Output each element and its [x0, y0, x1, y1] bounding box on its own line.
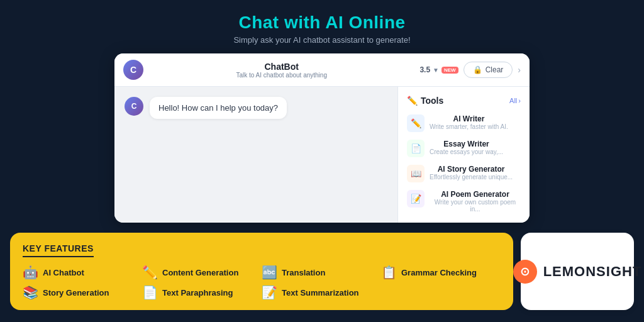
tool-item[interactable]: 📝 AI Poem Generator Write your own custo…	[398, 186, 530, 216]
feature-item: 🤖 AI Chatbot	[23, 265, 142, 280]
tool-desc: Effortlessly generate unique...	[430, 174, 513, 180]
new-badge: NEW	[441, 67, 458, 74]
tool-desc: Write smarter, faster with AI.	[430, 123, 508, 130]
chevron-down-icon: ▼	[433, 67, 439, 74]
feature-label: Grammar Checking	[401, 268, 477, 277]
tool-name: AI Story Generator	[430, 165, 513, 174]
message-row: C Hello! How can I help you today?	[125, 97, 387, 119]
feature-item: 📋 Grammar Checking	[381, 265, 501, 280]
feature-item: 🔤 Translation	[262, 265, 381, 280]
features-title: KEY FEATURES	[23, 243, 94, 257]
feature-icon: 🤖	[23, 265, 38, 280]
chatbot-avatar: C	[123, 60, 143, 80]
feature-item: ✏️ Content Generation	[142, 265, 262, 280]
tool-icon: 📄	[407, 140, 425, 157]
feature-item: 📚 Story Generation	[23, 285, 142, 300]
message-bubble: Hello! How can I help you today?	[150, 97, 287, 119]
chatbot-card: C ChatBot Talk to AI chatbot about anyth…	[114, 53, 530, 223]
forward-icon[interactable]: ›	[518, 65, 521, 75]
logo-icon: ⊙	[513, 260, 537, 284]
features-card: KEY FEATURES 🤖 AI Chatbot ✏️ Content Gen…	[10, 233, 513, 310]
tool-item[interactable]: 📄 Essay Writer Create essays your way,..…	[398, 136, 530, 161]
tool-icon: 📖	[407, 165, 425, 182]
pencil-icon: ✏️	[407, 96, 418, 106]
tool-item[interactable]: 📖 AI Story Generator Effortlessly genera…	[398, 161, 530, 186]
feature-item: 📝 Text Summarization	[262, 285, 381, 300]
chatbot-desc: Talk to AI chatbot about anything	[148, 72, 414, 79]
tool-icon: 📝	[407, 190, 425, 208]
feature-item: 📄 Text Paraphrasing	[142, 285, 262, 300]
tool-name: Essay Writer	[430, 140, 503, 148]
features-grid: 🤖 AI Chatbot ✏️ Content Generation 🔤 Tra…	[23, 265, 501, 300]
chat-messages: C Hello! How can I help you today?	[114, 87, 397, 223]
tool-info: Essay Writer Create essays your way,...	[430, 140, 503, 155]
logo-row: ⊙ LEMONSIGHT	[513, 260, 642, 284]
feature-icon: 📄	[142, 285, 158, 300]
chatbot-name: ChatBot	[148, 62, 414, 72]
feature-icon: 📚	[23, 285, 38, 300]
lock-icon: 🔒	[473, 65, 482, 74]
tool-info: AI Poem Generator Write your own custom …	[430, 190, 521, 213]
feature-label: AI Chatbot	[43, 268, 84, 277]
tool-name: AI Writer	[430, 114, 508, 123]
chat-body: C Hello! How can I help you today? ✏️ To…	[114, 87, 530, 223]
tool-info: AI Writer Write smarter, faster with AI.	[430, 114, 508, 130]
tool-item[interactable]: ✏️ AI Writer Write smarter, faster with …	[398, 111, 530, 136]
tool-desc: Write your own custom poem in...	[430, 199, 521, 213]
feature-label: Translation	[282, 268, 325, 277]
tools-header: ✏️ Tools All ›	[398, 93, 530, 111]
tools-list: ✏️ AI Writer Write smarter, faster with …	[398, 111, 530, 216]
tools-panel: ✏️ Tools All › ✏️ AI Writer Write smarte…	[397, 87, 530, 223]
feature-label: Story Generation	[43, 288, 109, 297]
tool-icon: ✏️	[407, 114, 425, 132]
feature-label: Content Generation	[162, 268, 238, 277]
tools-title: ✏️ Tools	[407, 96, 443, 106]
chatbot-header: C ChatBot Talk to AI chatbot about anyth…	[114, 53, 530, 87]
tool-desc: Create essays your way,...	[430, 148, 503, 155]
tool-info: AI Story Generator Effortlessly generate…	[430, 165, 513, 180]
feature-icon: 📝	[262, 285, 277, 300]
version-text: 3.5	[419, 65, 430, 74]
feature-label: Text Paraphrasing	[162, 288, 233, 297]
logo-text: LEMONSIGHT	[543, 264, 642, 280]
feature-label: Text Summarization	[282, 288, 359, 297]
top-section: Chat with AI Online Simply ask your AI c…	[0, 0, 644, 223]
chevron-right-icon: ›	[518, 97, 521, 104]
logo-card: ⊙ LEMONSIGHT	[521, 233, 634, 310]
subtitle: Simply ask your AI chatbot assistant to …	[0, 35, 644, 45]
chatbot-info: ChatBot Talk to AI chatbot about anythin…	[148, 62, 414, 79]
feature-icon: 🔤	[262, 265, 277, 280]
tools-all-link[interactable]: All ›	[509, 97, 521, 104]
bot-avatar: C	[125, 97, 143, 116]
feature-icon: ✏️	[142, 265, 158, 280]
version-badge: 3.5 ▼ NEW	[419, 65, 458, 74]
main-title: Chat with AI Online	[0, 13, 644, 33]
feature-icon: 📋	[381, 265, 397, 280]
clear-button[interactable]: 🔒 Clear	[464, 62, 513, 78]
tool-name: AI Poem Generator	[430, 190, 521, 199]
bottom-section: KEY FEATURES 🤖 AI Chatbot ✏️ Content Gen…	[0, 226, 644, 316]
clear-label: Clear	[486, 65, 504, 74]
